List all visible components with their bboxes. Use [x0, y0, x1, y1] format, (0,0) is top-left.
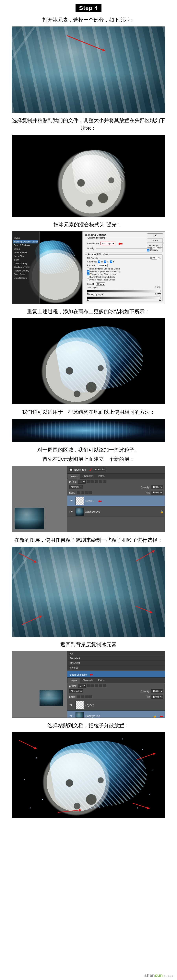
layer-thumbnail [76, 712, 84, 718]
opacity-select[interactable]: 100% [151, 689, 163, 693]
brush-mode-select[interactable]: Normal [94, 468, 106, 471]
styles-header: Styles [13, 236, 38, 240]
general-blending-group: General Blending Blend Mode: Vivid Light… [85, 238, 163, 253]
this-layer-label: This Layer: [87, 286, 98, 289]
kind-select[interactable]: ⌄ [78, 684, 85, 688]
layer-row-layer1[interactable]: 👁 Layer 1 [67, 700, 165, 711]
layer-mode-row: Normal Opacity: 100% [67, 484, 165, 490]
menu-item[interactable]: Inverse [67, 665, 165, 670]
blend-mode-select[interactable]: Vivid Light [100, 242, 115, 245]
fill-select[interactable]: 100% [151, 695, 163, 699]
style-item[interactable]: Stroke [13, 247, 38, 251]
channel-g-checkbox[interactable] [104, 261, 106, 263]
tab-paths[interactable]: Paths [96, 678, 107, 683]
figure-ice-crystals-particles [12, 547, 165, 637]
opacity-label: Opacity: [140, 486, 150, 488]
annotation-arrow-icon: ↙ [89, 467, 93, 472]
figure-moon-head [12, 135, 165, 217]
style-item[interactable]: Pattern Overlay [13, 269, 38, 273]
this-layer-gradient[interactable] [87, 290, 161, 293]
visibility-icon[interactable]: 👁 [69, 703, 74, 706]
layer-blend-select[interactable]: Normal [69, 485, 83, 489]
tab-layers[interactable]: Layers [67, 474, 80, 479]
annotation-arrow-icon: ⬅ [160, 714, 163, 718]
opacity-label: Opacity: [87, 247, 95, 250]
under-layer-gradient[interactable] [87, 296, 161, 299]
blendif-select[interactable]: Gray [96, 282, 105, 286]
figure-layers-panel-loadselection: All Deselect Reselect Inverse Load Selec… [12, 651, 165, 718]
tab-paths[interactable]: Paths [96, 474, 107, 479]
cb-vectormask[interactable] [87, 278, 90, 281]
tab-channels[interactable]: Channels [80, 678, 96, 683]
annotation-arrow-icon: ⬅ [90, 672, 93, 677]
style-item[interactable]: Inner Glow [13, 255, 38, 258]
cb-interior[interactable] [87, 267, 90, 270]
tab-channels[interactable]: Channels [80, 474, 96, 479]
layer-thumbnail [76, 497, 84, 505]
style-item[interactable]: Outer Glow [13, 272, 38, 276]
lock-icons [77, 491, 92, 495]
fill-opacity-slider[interactable] [100, 258, 150, 259]
layer-row-layer1[interactable]: 👁 Layer 1 ⬅ [67, 495, 165, 506]
channels-label: Channels: [87, 261, 97, 263]
menu-item[interactable]: All [67, 651, 165, 656]
lock-icon: 🔒 [160, 510, 163, 513]
style-item[interactable]: Bevel & Emboss [13, 243, 38, 247]
layer-row-background[interactable]: 👁 Background 🔒 [67, 506, 165, 517]
menu-item-load-selection[interactable]: Load Selection ⬅ [67, 671, 165, 678]
tab-layers[interactable]: Layers [67, 678, 80, 683]
fill-select[interactable]: 100% [151, 491, 163, 495]
step-header: Step 4 [12, 4, 165, 12]
style-item[interactable]: Inner Shadow [13, 251, 38, 255]
panel-tabs: Layers Channels Paths [67, 678, 165, 683]
channel-r-checkbox[interactable] [98, 261, 100, 263]
group-label: Advanced Blending [87, 253, 109, 255]
visibility-icon[interactable]: 👁 [69, 714, 74, 718]
opacity-slider[interactable] [96, 248, 150, 249]
knockout-label: Knockout: [87, 264, 97, 267]
layer-row-background[interactable]: 👁 Background 🔒 ⬅ [67, 711, 165, 718]
filter-icons [87, 684, 106, 688]
cb-transparency[interactable] [87, 273, 90, 275]
caption-2: 选择复制并粘贴到我们的文件，调整大小并将其放置在头部区域如下所示： [12, 117, 165, 132]
cb-layermask[interactable] [87, 276, 90, 278]
kind-select[interactable]: ⌄ [78, 480, 85, 484]
caption-6a: 对于周围的区域，我们可以添加一些冰粒子。 [12, 446, 165, 454]
style-item[interactable]: Satin [13, 258, 38, 262]
under-layer-label: Underlying Layer: [87, 293, 104, 296]
style-item[interactable]: Drop Shadow [13, 276, 38, 280]
menu-item[interactable]: Deselect [67, 656, 165, 661]
opacity-input[interactable] [151, 247, 157, 250]
layer-name: Layer 1 [85, 703, 95, 706]
opacity-label: Opacity: [140, 690, 150, 693]
channel-b-checkbox[interactable] [110, 261, 112, 263]
fill-opacity-label: Fill Opacity: [87, 257, 98, 259]
annotation-arrow-icon [136, 550, 155, 562]
panels-area: Brush Tool ↙ Normal Layers Channels Path… [67, 466, 165, 532]
figure-layers-panel-newlayer: Brush Tool ↙ Normal Layers Channels Path… [12, 466, 165, 532]
opacity-select[interactable]: 100% [151, 485, 163, 489]
figure-scatter-result [12, 732, 165, 818]
tool-name: Brush Tool [74, 468, 86, 471]
visibility-icon[interactable]: 👁 [69, 510, 74, 513]
figure-blue-head [12, 318, 165, 404]
cb-clipped[interactable] [87, 270, 90, 273]
menu-item[interactable]: Reselect [67, 661, 165, 665]
annotation-overlay [12, 547, 165, 637]
annotation-arrow-icon: ⬅ [98, 499, 102, 504]
style-item[interactable]: Color Overlay [13, 262, 38, 266]
style-item[interactable]: Gradient Overlay [13, 265, 38, 269]
canvas-area [12, 651, 67, 718]
annotation-arrow-icon [19, 553, 37, 563]
fill-opacity-input[interactable] [151, 257, 157, 259]
knockout-select[interactable]: None [98, 264, 108, 267]
annotation-arrow-icon [67, 35, 105, 51]
select-menu: All Deselect Reselect Inverse Load Selec… [67, 651, 165, 678]
visibility-icon[interactable]: 👁 [69, 499, 74, 502]
styles-selected[interactable]: Blending Options: Custom [13, 240, 38, 243]
figure-blending-dialog: Styles Blending Options: Custom Bevel & … [12, 231, 165, 304]
layer-blend-select[interactable]: Normal [69, 689, 83, 693]
ok-button[interactable]: OK [147, 234, 163, 237]
caption-5: 我们也可以适用于一些冰结构在地面以上使用相同的方法： [12, 408, 165, 416]
caption-8: 返回到背景层复制冰元素 [12, 641, 165, 648]
